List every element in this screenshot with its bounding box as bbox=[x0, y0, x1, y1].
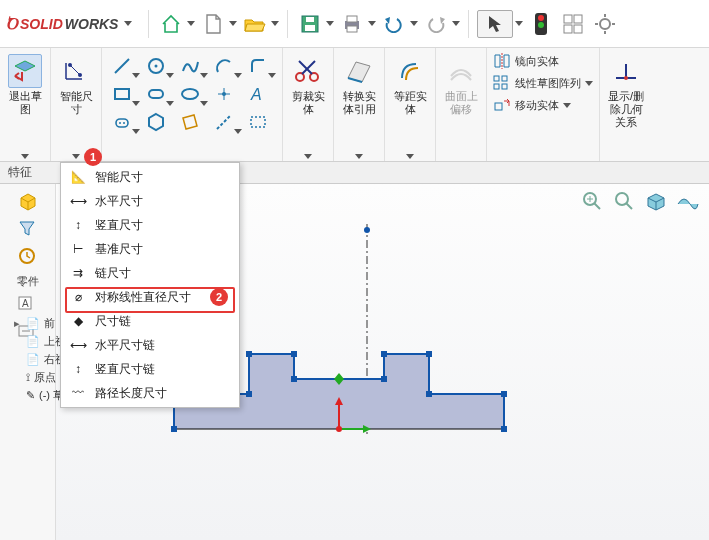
menu-item-ordinate[interactable]: ◆尺寸链 bbox=[61, 309, 239, 333]
part-icon[interactable] bbox=[17, 190, 39, 212]
trim-button[interactable]: 剪裁实 体 bbox=[289, 52, 327, 118]
menu-item-smart-dim[interactable]: 📐智能尺寸 bbox=[61, 165, 239, 189]
svg-rect-62 bbox=[246, 391, 252, 397]
svg-point-22 bbox=[155, 65, 158, 68]
mirror-label: 镜向实体 bbox=[515, 54, 559, 69]
svg-point-48 bbox=[624, 76, 628, 80]
slot-icon[interactable] bbox=[144, 82, 168, 106]
point-icon[interactable] bbox=[212, 82, 236, 106]
move-button[interactable]: 移动实体 bbox=[493, 96, 593, 114]
svg-point-18 bbox=[68, 63, 72, 67]
svg-rect-45 bbox=[495, 103, 502, 110]
svg-rect-24 bbox=[149, 90, 163, 98]
traffic-light-icon[interactable] bbox=[527, 10, 555, 38]
construction-rect-icon[interactable] bbox=[246, 110, 270, 134]
title-bar: Ꝺ SOLIDWORKS bbox=[0, 0, 709, 48]
exit-sketch-group: 退出草 图 bbox=[0, 48, 51, 161]
menu-label-8: 竖直尺寸链 bbox=[95, 361, 155, 378]
rectangle-icon[interactable] bbox=[110, 82, 134, 106]
svg-rect-65 bbox=[291, 376, 297, 382]
move-label: 移动实体 bbox=[515, 98, 559, 113]
view-orientation-icon[interactable] bbox=[643, 188, 669, 214]
text-icon[interactable]: A bbox=[246, 82, 270, 106]
svg-line-39 bbox=[299, 61, 312, 74]
options-icon[interactable] bbox=[559, 10, 587, 38]
annotation-badge-2: 2 bbox=[210, 288, 228, 306]
surface-label: 曲面上 偏移 bbox=[445, 90, 478, 116]
svg-rect-43 bbox=[494, 84, 499, 89]
polygon2-icon[interactable] bbox=[110, 110, 134, 134]
surface-offset-button[interactable]: 曲面上 偏移 bbox=[442, 52, 480, 118]
polygon-icon[interactable] bbox=[144, 110, 168, 134]
svg-rect-70 bbox=[501, 391, 507, 397]
exit-sketch-button[interactable]: 退出草 图 bbox=[6, 52, 44, 118]
history-icon[interactable] bbox=[17, 246, 39, 268]
svg-line-57 bbox=[626, 203, 632, 209]
convert-button[interactable]: 转换实 体引用 bbox=[340, 52, 378, 118]
print-icon[interactable] bbox=[338, 10, 366, 38]
line-icon[interactable] bbox=[110, 54, 134, 78]
save-icon[interactable] bbox=[296, 10, 324, 38]
svg-rect-69 bbox=[426, 391, 432, 397]
brand-solid: SOLID bbox=[20, 16, 63, 32]
offset-button[interactable]: 等距实 体 bbox=[391, 52, 429, 118]
svg-point-25 bbox=[182, 89, 198, 99]
svg-rect-67 bbox=[381, 351, 387, 357]
arc-icon[interactable] bbox=[212, 54, 236, 78]
svg-rect-60 bbox=[171, 426, 177, 432]
pattern-button[interactable]: 线性草图阵列 bbox=[493, 74, 593, 92]
offset-label: 等距实 体 bbox=[394, 90, 427, 116]
app-menu-dropdown[interactable] bbox=[124, 21, 132, 26]
spline-icon[interactable] bbox=[178, 54, 202, 78]
zoom-fit-icon[interactable] bbox=[579, 188, 605, 214]
settings-icon[interactable] bbox=[591, 10, 619, 38]
mirror-button[interactable]: 镜向实体 bbox=[493, 52, 593, 70]
ribbon: 退出草 图 智能尺 寸 A bbox=[0, 48, 709, 162]
new-icon[interactable] bbox=[199, 10, 227, 38]
zoom-area-icon[interactable] bbox=[611, 188, 637, 214]
menu-item-vert-ordinate[interactable]: ↕竖直尺寸链 bbox=[61, 357, 239, 381]
menu-label-5: 对称线性直径尺寸 bbox=[95, 289, 191, 306]
transform-group: 镜向实体 线性草图阵列 移动实体 bbox=[487, 48, 600, 161]
svg-rect-71 bbox=[501, 426, 507, 432]
plane-icon[interactable] bbox=[178, 110, 202, 134]
circle-icon[interactable] bbox=[144, 54, 168, 78]
menu-label-7: 水平尺寸链 bbox=[95, 337, 155, 354]
filter-icon[interactable] bbox=[17, 218, 39, 240]
menu-item-chain-dim[interactable]: ⇉链尺寸 bbox=[61, 261, 239, 285]
convert-group: 转换实 体引用 bbox=[334, 48, 385, 161]
menu-item-baseline-dim[interactable]: ⊢基准尺寸 bbox=[61, 237, 239, 261]
smart-dimension-button[interactable]: 智能尺 寸 bbox=[57, 52, 95, 118]
svg-text:A: A bbox=[22, 298, 29, 309]
select-icon[interactable] bbox=[477, 10, 513, 38]
menu-item-horiz-dim[interactable]: ⟷水平尺寸 bbox=[61, 189, 239, 213]
redo-icon[interactable] bbox=[422, 10, 450, 38]
pattern-label: 线性草图阵列 bbox=[515, 76, 581, 91]
dimension-dropdown-menu: 📐智能尺寸 ⟷水平尺寸 ↕竖直尺寸 ⊢基准尺寸 ⇉链尺寸 ⌀对称线性直径尺寸 ◆… bbox=[60, 162, 240, 408]
menu-item-horiz-ordinate[interactable]: ⟷水平尺寸链 bbox=[61, 333, 239, 357]
display-label: 显示/删 除几何 关系 bbox=[608, 90, 644, 129]
open-icon[interactable] bbox=[241, 10, 269, 38]
centerline-icon[interactable] bbox=[212, 110, 236, 134]
svg-text:A: A bbox=[250, 86, 262, 103]
menu-label-6: 尺寸链 bbox=[95, 313, 131, 330]
svg-rect-9 bbox=[564, 15, 572, 23]
display-relations-button[interactable]: 显示/删 除几何 关系 bbox=[606, 52, 646, 131]
menu-item-path-length[interactable]: 〰路径长度尺寸 bbox=[61, 381, 239, 405]
svg-rect-66 bbox=[381, 376, 387, 382]
ellipse-icon[interactable] bbox=[178, 82, 202, 106]
annotation-badge-1: 1 bbox=[84, 148, 102, 166]
menu-label-2: 竖直尺寸 bbox=[95, 217, 143, 234]
menu-item-vert-dim[interactable]: ↕竖直尺寸 bbox=[61, 213, 239, 237]
brand-works: WORKS bbox=[65, 16, 119, 32]
surface-offset-group: 曲面上 偏移 bbox=[436, 48, 487, 161]
svg-rect-35 bbox=[251, 117, 265, 127]
tab-features[interactable]: 特征 bbox=[8, 164, 32, 181]
undo-icon[interactable] bbox=[380, 10, 408, 38]
svg-point-19 bbox=[78, 73, 82, 77]
home-icon[interactable] bbox=[157, 10, 185, 38]
smart-dim-group: 智能尺 寸 bbox=[51, 48, 102, 161]
fillet-icon[interactable] bbox=[246, 54, 270, 78]
display-style-icon[interactable] bbox=[675, 188, 701, 214]
menu-label-1: 水平尺寸 bbox=[95, 193, 143, 210]
